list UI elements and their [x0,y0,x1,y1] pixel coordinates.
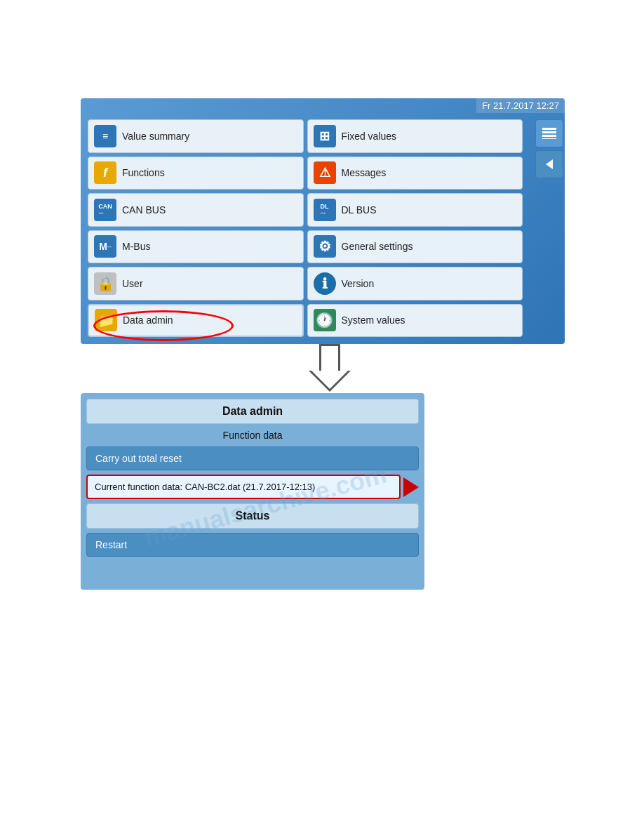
back-arrow-icon [543,158,556,171]
value-summary-icon: ≡ [94,125,116,147]
down-arrow [309,344,351,392]
system-values-label: System values [342,315,405,326]
top-menu-panel: Fr 21.7.2017 12:27 ≡ Value summary ⊞ Fix… [81,98,565,344]
menu-item-value-summary[interactable]: ≡ Value summary [88,119,304,153]
menu-item-dl-bus[interactable]: DL··· DL BUS [307,193,523,227]
value-summary-label: Value summary [122,131,189,142]
svg-marker-4 [546,159,553,169]
menu-item-functions[interactable]: f Functions [88,157,304,190]
m-bus-label: M-Bus [122,241,150,252]
user-label: User [122,278,143,289]
back-button[interactable] [535,150,563,178]
current-data-arrow-right [403,477,419,497]
m-bus-icon: M··· [94,235,116,258]
svg-rect-1 [542,131,556,133]
menu-item-general-settings[interactable]: ⚙ General settings [307,230,523,264]
grid-view-button[interactable] [535,119,563,147]
messages-icon: ⚠ [314,161,336,184]
version-icon: ℹ [314,272,336,295]
menu-item-version[interactable]: ℹ Version [307,267,523,300]
menu-item-user[interactable]: 🔒 User [88,267,304,300]
dl-bus-label: DL BUS [342,204,377,216]
data-admin-icon: 📁 [95,309,117,331]
right-sidebar [535,119,565,178]
menu-grid: ≡ Value summary ⊞ Fixed values f Functio… [88,119,523,337]
svg-rect-0 [542,128,556,130]
dl-bus-icon: DL··· [314,199,336,221]
menu-item-m-bus[interactable]: M··· M-Bus [88,230,304,264]
restart-button[interactable]: Restart [86,533,419,557]
general-settings-label: General settings [342,241,413,252]
functions-label: Functions [122,167,165,178]
menu-item-system-values[interactable]: 🕐 System values [307,304,523,338]
can-bus-icon: CAN··· [94,199,116,221]
menu-item-fixed-values[interactable]: ⊞ Fixed values [307,119,523,153]
menu-item-data-admin[interactable]: 📁 Data admin [88,304,304,338]
function-data-section-label: Function data [86,428,419,442]
svg-rect-2 [542,135,556,137]
general-settings-icon: ⚙ [314,235,336,258]
data-admin-panel: Data admin Function data Carry out total… [81,393,424,590]
svg-rect-3 [542,138,556,139]
status-section-label: Status [86,503,419,529]
carry-out-reset-button[interactable]: Carry out total reset [86,446,419,470]
functions-icon: f [94,161,116,184]
can-bus-label: CAN BUS [122,204,166,216]
menu-item-can-bus[interactable]: CAN··· CAN BUS [88,193,304,227]
messages-label: Messages [342,167,387,178]
datetime-display: Fr 21.7.2017 12:27 [476,98,565,113]
data-admin-label: Data admin [123,315,173,326]
system-values-icon: 🕐 [314,309,336,331]
current-function-data-row: Current function data: CAN-BC2.dat (21.7… [86,475,419,499]
fixed-values-label: Fixed values [342,131,397,142]
current-function-data-field: Current function data: CAN-BC2.dat (21.7… [86,475,401,499]
menu-item-messages[interactable]: ⚠ Messages [307,157,523,190]
data-admin-title: Data admin [86,399,419,424]
grid-icon [542,127,557,140]
version-label: Version [342,278,375,289]
user-icon: 🔒 [94,272,116,295]
fixed-values-icon: ⊞ [314,125,336,147]
